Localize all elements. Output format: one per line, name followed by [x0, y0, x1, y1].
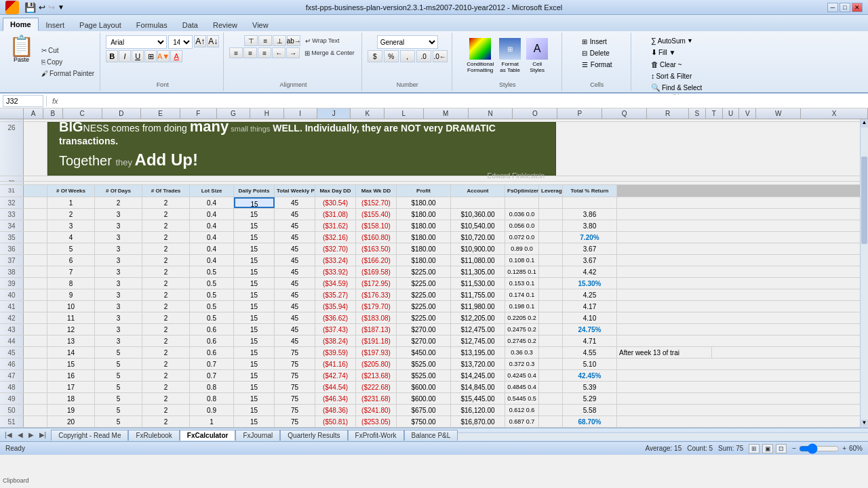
maxdd-34[interactable]: ($31.62) — [315, 220, 356, 231]
header-maxwkdd[interactable]: Max Wk DD — [356, 185, 397, 197]
ret-39[interactable]: 15.30% — [563, 278, 617, 289]
weekly-40[interactable]: 45 — [275, 289, 315, 300]
cell-b26[interactable] — [24, 122, 47, 176]
paste-button[interactable]: 📋 Paste — [5, 34, 37, 89]
copy-button[interactable]: ⎘ Copy — [39, 57, 97, 67]
account-40[interactable]: $11,755.00 — [451, 289, 505, 300]
col-header-e[interactable]: E — [141, 108, 180, 119]
weekly-34[interactable]: 45 — [275, 220, 315, 231]
ret-49[interactable]: 5.29 — [563, 393, 617, 404]
opt-33[interactable]: 0.036 0.0 — [505, 209, 539, 220]
profit-36[interactable]: $180.00 — [397, 243, 451, 254]
formula-input[interactable] — [64, 95, 865, 107]
opt-45[interactable]: 0.36 0.3 — [505, 347, 539, 358]
c-38-b[interactable] — [24, 266, 47, 277]
days-40[interactable]: 3 — [95, 289, 142, 300]
weekly-43[interactable]: 45 — [275, 324, 315, 335]
tab-last-btn[interactable]: ▶| — [37, 431, 49, 439]
tab-next-btn[interactable]: ▶ — [26, 431, 36, 439]
maxdd-37[interactable]: ($33.24) — [315, 255, 356, 266]
weekly-47[interactable]: 75 — [275, 370, 315, 381]
weekly-45[interactable]: 75 — [275, 347, 315, 358]
lot-34[interactable]: 0.4 — [190, 220, 234, 231]
header-daily[interactable]: Daily Points — [234, 185, 275, 197]
maxwkdd-34[interactable]: ($158.10) — [356, 220, 397, 231]
ret-44[interactable]: 4.71 — [563, 336, 617, 346]
daily-45[interactable]: 15 — [234, 347, 275, 358]
daily-51[interactable]: 15 — [234, 416, 275, 427]
profit-33[interactable]: $180.00 — [397, 209, 451, 220]
maxwkdd-35[interactable]: ($160.80) — [356, 232, 397, 243]
trades-39[interactable]: 2 — [142, 278, 190, 289]
weekly-32[interactable]: 45 — [275, 197, 315, 208]
daily-49[interactable]: 15 — [234, 393, 275, 404]
maxdd-49[interactable]: ($46.34) — [315, 393, 356, 404]
lot-50[interactable]: 0.9 — [190, 405, 234, 415]
daily-39[interactable]: 15 — [234, 278, 275, 289]
lot-42[interactable]: 0.5 — [190, 312, 234, 323]
header-b[interactable] — [24, 185, 47, 197]
col-header-s[interactable]: S — [689, 108, 706, 119]
c-45-b[interactable] — [24, 347, 47, 358]
profit-43[interactable]: $270.00 — [397, 324, 451, 335]
maxdd-45[interactable]: ($39.59) — [315, 347, 356, 358]
lev-39[interactable] — [539, 278, 563, 289]
maxwkdd-45[interactable]: ($197.93) — [356, 347, 397, 358]
maxdd-44[interactable]: ($38.24) — [315, 336, 356, 346]
tab-data[interactable]: Data — [175, 18, 205, 31]
col-header-t[interactable]: T — [706, 108, 723, 119]
increase-decimal-btn[interactable]: .0 — [416, 50, 431, 62]
profit-50[interactable]: $675.00 — [397, 405, 451, 415]
days-45[interactable]: 5 — [95, 347, 142, 358]
sheet-tab-journal[interactable]: FxJournal — [235, 430, 280, 441]
ret-37[interactable]: 3.67 — [563, 255, 617, 266]
trades-49[interactable]: 2 — [142, 393, 190, 404]
account-42[interactable]: $12,205.00 — [451, 312, 505, 323]
week-38[interactable]: 7 — [47, 266, 95, 277]
lot-33[interactable]: 0.4 — [190, 209, 234, 220]
maxdd-39[interactable]: ($34.59) — [315, 278, 356, 289]
border-button[interactable]: ⊞ — [144, 50, 157, 62]
lev-47[interactable] — [539, 370, 563, 381]
vertical-scrollbar[interactable]: ▲ ▼ — [860, 119, 868, 428]
opt-39[interactable]: 0.153 0.1 — [505, 278, 539, 289]
col-header-p[interactable]: P — [557, 108, 602, 119]
cell-reference-box[interactable] — [3, 95, 43, 107]
lot-40[interactable]: 0.5 — [190, 289, 234, 300]
maxwkdd-40[interactable]: ($176.33) — [356, 289, 397, 300]
maxdd-35[interactable]: ($32.16) — [315, 232, 356, 243]
sheet-tab-balance[interactable]: Balance P&L — [404, 430, 458, 441]
days-41[interactable]: 3 — [95, 301, 142, 312]
bold-button[interactable]: B — [106, 50, 118, 62]
zoom-in-btn[interactable]: + — [842, 445, 846, 452]
days-49[interactable]: 5 — [95, 393, 142, 404]
opt-48[interactable]: 0.4845 0.4 — [505, 382, 539, 392]
maxwkdd-43[interactable]: ($187.13) — [356, 324, 397, 335]
lev-33[interactable] — [539, 209, 563, 220]
weekly-37[interactable]: 45 — [275, 255, 315, 266]
ret-38[interactable]: 4.42 — [563, 266, 617, 277]
scroll-down-btn[interactable]: ▼ — [861, 420, 868, 428]
weekly-41[interactable]: 45 — [275, 301, 315, 312]
daily-48[interactable]: 15 — [234, 382, 275, 392]
week-44[interactable]: 13 — [47, 336, 95, 346]
maxwkdd-51[interactable]: ($253.05) — [356, 416, 397, 427]
daily-42[interactable]: 15 — [234, 312, 275, 323]
tab-first-btn[interactable]: |◀ — [3, 431, 14, 439]
week-46[interactable]: 15 — [47, 359, 95, 369]
opt-42[interactable]: 0.2205 0.2 — [505, 312, 539, 323]
sheet-tab-copyright[interactable]: Copyright - Read Me — [51, 430, 128, 441]
daily-36[interactable]: 15 — [234, 243, 275, 254]
ret-35[interactable]: 7.20% — [563, 232, 617, 243]
trades-45[interactable]: 2 — [142, 347, 190, 358]
weekly-33[interactable]: 45 — [275, 209, 315, 220]
lev-51[interactable] — [539, 416, 563, 427]
weekly-46[interactable]: 75 — [275, 359, 315, 369]
col-header-k[interactable]: K — [351, 108, 384, 119]
col-header-b[interactable]: B — [43, 108, 63, 119]
col-header-c[interactable]: C — [63, 108, 102, 119]
trades-36[interactable]: 2 — [142, 243, 190, 254]
weekly-36[interactable]: 45 — [275, 243, 315, 254]
italic-button[interactable]: I — [119, 50, 131, 62]
days-35[interactable]: 3 — [95, 232, 142, 243]
